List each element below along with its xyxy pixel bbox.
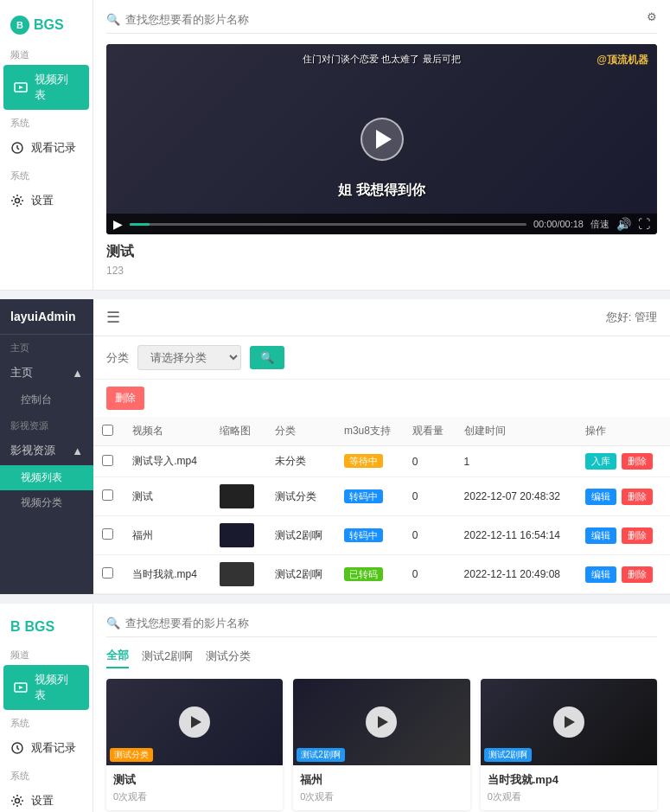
- row-checkbox[interactable]: [102, 528, 113, 540]
- th-m3u8-2: m3u8支持: [335, 417, 404, 446]
- video-card-3: 测试2剧啊 当时我就.mp4 0次观看: [481, 679, 657, 810]
- sidebar3-item-watch[interactable]: 观看记录: [0, 733, 93, 763]
- cell-created: 2022-12-11 20:49:08: [456, 555, 577, 594]
- sidebar2-item-home[interactable]: 主页 ▲: [0, 358, 93, 387]
- sidebar-item-video-list-1[interactable]: 视频列表: [3, 65, 89, 110]
- sidebar-2: layuiAdmin 主页 主页 ▲ 控制台 影视资源 影视资源 ▲ 视频列表 …: [0, 299, 93, 594]
- group2-resources: 影视资源: [0, 412, 93, 436]
- cell-name: 测试导入.mp4: [124, 446, 211, 477]
- logo-1: B BGS: [0, 9, 93, 42]
- card-title-3: 当时我就.mp4: [488, 772, 650, 788]
- cell-m3u8: 转码中: [335, 477, 404, 516]
- cell-ops: 入库 删除: [577, 446, 670, 477]
- cell-name: 测试: [124, 477, 211, 516]
- video-thumb-2[interactable]: 测试2剧啊: [293, 679, 469, 765]
- table-row: 测试 测试分类 转码中 0 2022-12-07 20:48:32 编辑 删除: [93, 477, 670, 516]
- cell-views: 0: [404, 446, 456, 477]
- logo-text-3: BGS: [25, 619, 55, 635]
- play-circle-1[interactable]: [179, 707, 210, 738]
- sidebar2-item-resources[interactable]: 影视资源 ▲: [0, 436, 93, 465]
- sidebar-3: B BGS 频道 视频列表 系统 观看记录 系统 设置: [0, 604, 93, 812]
- logo-icon-1: B: [10, 16, 29, 35]
- hamburger-icon-2[interactable]: ☰: [106, 308, 120, 327]
- edit-button[interactable]: 编辑: [585, 527, 616, 544]
- tab-all[interactable]: 全部: [106, 648, 129, 668]
- section-user-bgs: B BGS 频道 视频列表 系统 观看记录 系统 设置 🔍 全部 测试2剧啊 测: [0, 604, 670, 812]
- filter-row-2: 分类 请选择分类 🔍: [93, 336, 670, 380]
- search-bar-1: 🔍: [106, 13, 657, 34]
- gear-icon-1[interactable]: ⚙: [647, 10, 657, 23]
- cell-ops: 编辑 删除: [577, 555, 670, 594]
- ctrl-fullscreen-1[interactable]: ⛶: [638, 217, 650, 231]
- row-checkbox[interactable]: [102, 489, 113, 501]
- search-button-2[interactable]: 🔍: [250, 346, 284, 369]
- delete-button[interactable]: 删除: [622, 566, 653, 583]
- ctrl-speed-1[interactable]: 倍速: [590, 218, 609, 231]
- tabs-row-3: 全部 测试2剧啊 测试分类: [106, 648, 657, 668]
- progress-bar-1[interactable]: [130, 223, 526, 226]
- cell-category: 未分类: [266, 446, 335, 477]
- cell-created: 2022-12-11 16:54:14: [456, 516, 577, 555]
- chevron-up-icon-2: ▲: [72, 444, 83, 457]
- delete-button[interactable]: 删除: [622, 527, 653, 544]
- cell-category: 测试2剧啊: [266, 555, 335, 594]
- video-thumb-1[interactable]: 测试分类: [106, 679, 283, 765]
- sidebar3-item-video[interactable]: 视频列表: [3, 665, 89, 710]
- add-video-button-2[interactable]: 删除: [106, 387, 144, 410]
- card-badge-2: 测试2剧啊: [297, 748, 345, 762]
- cell-m3u8: 等待中: [335, 446, 404, 477]
- group-label-system-3: 系统: [0, 710, 93, 733]
- sidebar-1: B BGS 频道 视频列表 系统 观看记录 系统 设置: [0, 0, 93, 290]
- cell-m3u8: 转码中: [335, 516, 404, 555]
- filter-select-2[interactable]: 请选择分类: [137, 345, 241, 370]
- delete-button[interactable]: 删除: [622, 489, 653, 505]
- card-info-3: 当时我就.mp4 0次观看: [481, 765, 657, 810]
- sidebar-item-watch-1[interactable]: 观看记录: [0, 133, 93, 163]
- video-title-1: 测试: [106, 243, 657, 261]
- row-checkbox[interactable]: [102, 455, 113, 466]
- video-sub-info-1: 123: [106, 265, 657, 277]
- video-play-button-1[interactable]: [361, 118, 404, 161]
- video-thumb-3[interactable]: 测试2剧啊: [481, 679, 657, 765]
- main-content-1: 🔍 ⚙ 住门对门谈个恋爱 也太难了 最后可把 @顶流机器 姐 我想得到你 ▶ 0…: [93, 0, 670, 290]
- select-all-checkbox[interactable]: [102, 425, 113, 436]
- sidebar2-item-video-list[interactable]: 视频列表: [0, 465, 93, 490]
- cell-ops: 编辑 删除: [577, 516, 670, 555]
- cell-views: 0: [404, 516, 456, 555]
- th-category-2: 分类: [266, 417, 335, 446]
- search-input-1[interactable]: [125, 13, 298, 26]
- delete-button[interactable]: 删除: [622, 453, 653, 470]
- video-subtitle-1: 姐 我想得到你: [338, 182, 424, 200]
- logo-icon-3: B: [10, 619, 21, 635]
- sidebar3-item-settings[interactable]: 设置: [0, 786, 93, 812]
- resources-label: 影视资源: [10, 443, 55, 458]
- edit-button[interactable]: 编辑: [585, 489, 616, 505]
- svg-point-3: [16, 199, 20, 203]
- cell-category: 测试分类: [266, 477, 335, 516]
- ctrl-play-1[interactable]: ▶: [113, 217, 123, 231]
- play-circle-2[interactable]: [366, 707, 397, 738]
- row-checkbox[interactable]: [102, 567, 113, 579]
- cell-created: 1: [456, 446, 577, 477]
- sidebar2-item-video-cat[interactable]: 视频分类: [0, 490, 93, 515]
- tab-cat1[interactable]: 测试2剧啊: [142, 649, 193, 668]
- video-controls-1: ▶ 00:00/00:18 倍速 🔊 ⛶: [106, 214, 657, 234]
- search-input-3[interactable]: [125, 617, 298, 630]
- sidebar2-item-control[interactable]: 控制台: [0, 387, 93, 412]
- th-views-2: 观看量: [404, 417, 456, 446]
- import-button[interactable]: 入库: [585, 453, 616, 470]
- th-ops-2: 操作: [577, 417, 670, 446]
- video-background-1: 住门对门谈个恋爱 也太难了 最后可把 @顶流机器 姐 我想得到你: [106, 44, 657, 234]
- play-circle-3[interactable]: [553, 707, 584, 738]
- ctrl-volume-1[interactable]: 🔊: [616, 217, 631, 231]
- tab-cat2[interactable]: 测试分类: [206, 649, 251, 668]
- sidebar-item-settings-1[interactable]: 设置: [0, 186, 93, 215]
- cell-m3u8: 已转码: [335, 555, 404, 594]
- th-checkbox-2: [93, 417, 124, 446]
- toolbar-left-2: ☰: [106, 308, 120, 327]
- svg-marker-5: [19, 686, 23, 689]
- cell-category: 测试2剧啊: [266, 516, 335, 555]
- cell-views: 0: [404, 477, 456, 516]
- video-top-text-1: 住门对门谈个恋爱 也太难了 最后可把: [303, 53, 460, 66]
- edit-button[interactable]: 编辑: [585, 566, 616, 583]
